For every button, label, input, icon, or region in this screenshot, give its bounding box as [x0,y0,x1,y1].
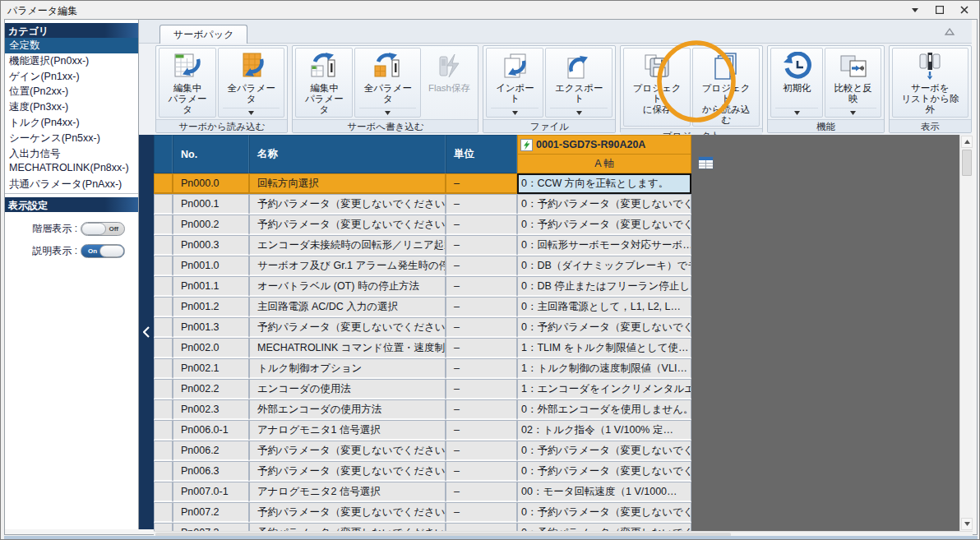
param-value-cell[interactable]: 0：予約パラメータ（変更しないでく… [517,502,691,523]
table-row[interactable]: Pn001.1オーバトラベル (OT) 時の停止方法–0：DB 停止またはフリー… [154,276,691,297]
param-value-cell[interactable]: 0：DB 停止またはフリーラン停止し… [517,276,691,297]
close-button[interactable] [958,3,971,16]
read-all-parameters-button[interactable]: 全パラメータ [218,48,284,118]
param-value-cell[interactable]: 0：CCW 方向を正転とします。 [517,173,691,194]
read-editing-parameters-button[interactable]: 編集中 パラメータ [159,48,216,118]
param-value-cell[interactable]: 1：TLIM をトルク制限値として使… [517,338,691,358]
import-dropdown-arrow-icon[interactable] [491,108,539,117]
row-selector-cell[interactable] [154,235,173,256]
hierarchy-display-knob[interactable] [81,223,106,235]
row-selector-cell[interactable] [154,194,173,215]
sidebar-item-1[interactable]: 全定数 [5,38,138,53]
row-selector-cell[interactable] [154,173,173,194]
table-row[interactable]: Pn002.2エンコーダの使用法–1：エンコーダをインクリメンタルエンコ… [154,379,691,399]
row-selector-cell[interactable] [154,276,173,297]
export-button[interactable]: エクスポート [545,48,612,118]
row-selector-cell[interactable] [154,461,173,482]
write-all-parameters-dropdown-arrow-icon[interactable] [359,108,416,117]
initialize-dropdown-arrow-icon[interactable] [775,108,818,117]
vertical-scrollbar-thumb[interactable] [962,150,972,176]
param-value-cell[interactable]: 02：トルク指令（1 V/100% 定… [517,420,691,441]
row-selector-cell[interactable] [154,441,173,461]
compare-reflect-dropdown-arrow-icon[interactable] [830,108,876,117]
window-menu-button[interactable] [908,3,922,16]
row-selector-cell[interactable] [154,399,173,420]
param-value-cell[interactable]: 0：DB（ダイナミックブレーキ）でモ… [517,256,691,276]
description-display-knob[interactable] [99,245,124,257]
param-value-cell[interactable]: 0：予約パラメータ（変更しないでく… [517,317,691,338]
sidebar-item-10[interactable]: 共通パラメータ(PnAxx-) [5,177,138,192]
row-selector-cell[interactable] [154,297,173,317]
param-unit-cell: – [446,523,517,531]
row-selector-cell[interactable] [154,215,173,235]
row-selector-cell[interactable] [154,358,173,379]
param-value-cell[interactable]: 1：トルク制御の速度制限値（VLI… [517,358,691,379]
table-row[interactable]: Pn002.0MECHATROLINK コマンド位置・速度制御–1：TLIM を… [154,338,691,358]
table-row[interactable]: Pn001.0サーボオフ及び Gr.1 アラーム発生時の停止–0：DB（ダイナミ… [154,256,691,276]
table-row[interactable]: Pn000.0回転方向選択–0：CCW 方向を正転とします。 [154,173,691,194]
row-selector-cell[interactable] [154,502,173,523]
param-value-cell[interactable]: 00：モータ回転速度（1 V/1000… [517,482,691,502]
param-value-cell[interactable]: 0：外部エンコーダを使用しません。 [517,399,691,420]
table-row[interactable]: Pn006.3予約パラメータ（変更しないでください。）–0：予約パラメータ（変更… [154,461,691,482]
sidebar-item-4[interactable]: 位置(Pn2xx-) [5,84,138,99]
scroll-down-button[interactable] [961,518,973,530]
write-all-parameters-button[interactable]: 全パラメータ [354,48,421,118]
param-value-cell[interactable]: 1：エンコーダをインクリメンタルエンコ… [517,379,691,399]
description-display-label: 説明表示 : [28,244,77,258]
scroll-up-button[interactable] [961,136,973,148]
hierarchy-display-toggle[interactable]: Off [81,222,125,236]
row-selector-cell[interactable] [154,379,173,399]
row-selector-cell[interactable] [154,256,173,276]
table-row[interactable]: Pn007.3予約パラメータ（変更しないでください。）–0：予約パラメータ（変更… [154,523,691,531]
sidebar-item-5[interactable]: 速度(Pn3xx-) [5,99,138,115]
initialize-button[interactable]: 初期化 [770,48,823,118]
param-value-cell[interactable]: 0：予約パラメータ（変更しないでく… [517,461,691,482]
table-row[interactable]: Pn007.0-1アナログモニタ2 信号選択–00：モータ回転速度（1 V/10… [154,482,691,502]
param-value-cell[interactable]: 0：予約パラメータ（変更しないでく [517,523,691,531]
table-row[interactable]: Pn000.3エンコーダ未接続時の回転形／リニア起動選–0：回転形サーボモータ対… [154,235,691,256]
table-row[interactable]: Pn006.2予約パラメータ（変更しないでください。）–0：予約パラメータ（変更… [154,441,691,461]
row-selector-cell[interactable] [154,338,173,358]
row-selector-cell[interactable] [154,420,173,441]
table-row[interactable]: Pn000.1予約パラメータ（変更しないでください。）–0：予約パラメータ（変更… [154,194,691,215]
import-button[interactable]: インポート [486,48,543,118]
table-row[interactable]: Pn002.3外部エンコーダの使用方法–0：外部エンコーダを使用しません。 [154,399,691,420]
table-row[interactable]: Pn000.2予約パラメータ（変更しないでください。）–0：予約パラメータ（変更… [154,215,691,235]
description-display-toggle[interactable]: On [81,244,125,258]
param-value-cell[interactable]: 0：回転形サーボモータ対応サーボ… [517,235,691,256]
servo-column-header[interactable]: 0001-SGD7S-R90A20A A 軸 [517,135,691,173]
sidebar-item-9[interactable]: MECHATROLINK(Pn8xx-) [5,161,138,177]
param-value-cell[interactable]: 0：予約パラメータ（変更しないでく… [517,194,691,215]
param-value-cell[interactable]: 0：予約パラメータ（変更しないでく… [517,441,691,461]
maximize-button[interactable] [933,3,946,16]
sidebar-item-2[interactable]: 機能選択(Pn0xx-) [5,53,138,69]
read-all-parameters-dropdown-arrow-icon[interactable] [223,108,280,117]
vertical-scrollbar[interactable] [959,135,973,531]
compare-reflect-button[interactable]: 比較と反映 [825,48,881,118]
save-to-project-button[interactable]: プロジェクト に保存 [623,48,691,127]
row-selector-cell[interactable] [154,317,173,338]
table-row[interactable]: Pn001.2主回路電源 AC/DC 入力の選択–0：主回路電源として，L1, … [154,297,691,317]
table-row[interactable]: Pn002.1トルク制御オプション–1：トルク制御の速度制限値（VLI… [154,358,691,379]
sidebar-item-7[interactable]: シーケンス(Pn5xx-) [5,131,138,146]
exclude-servo-from-list-button[interactable]: サーボを リストから除外 [892,48,968,118]
export-dropdown-arrow-icon[interactable] [550,108,608,117]
table-row[interactable]: Pn007.2予約パラメータ（変更しないでください。）–0：予約パラメータ（変更… [154,502,691,523]
sidebar-item-6[interactable]: トルク(Pn4xx-) [5,115,138,131]
sidebar-collapse-handle[interactable] [139,135,154,529]
load-from-project-button[interactable]: プロジェクト から読み込む [692,48,760,127]
row-selector-cell[interactable] [154,482,173,502]
ribbon-groups: 編集中 パラメータ全パラメータサーボから読み込む編集中 パラメータ全パラメータF… [155,45,972,133]
row-selector-cell[interactable] [154,523,173,531]
sidebar-item-3[interactable]: ゲイン(Pn1xx-) [5,69,138,85]
ribbon-collapse-button[interactable] [944,27,955,37]
compare-reflect-label: 比較と反映 [830,83,876,104]
table-row[interactable]: Pn001.3予約パラメータ（変更しないでください。）–0：予約パラメータ（変更… [154,317,691,338]
tab-servopack[interactable]: サーボパック [159,25,247,44]
param-value-cell[interactable]: 0：予約パラメータ（変更しないでく… [517,215,691,235]
param-value-cell[interactable]: 0：主回路電源として，L1, L2, L… [517,297,691,317]
sidebar-item-8[interactable]: 入出力信号 [5,146,138,162]
table-row[interactable]: Pn006.0-1アナログモニタ1 信号選択–02：トルク指令（1 V/100%… [154,420,691,441]
write-editing-parameters-button[interactable]: 編集中 パラメータ [295,48,353,118]
